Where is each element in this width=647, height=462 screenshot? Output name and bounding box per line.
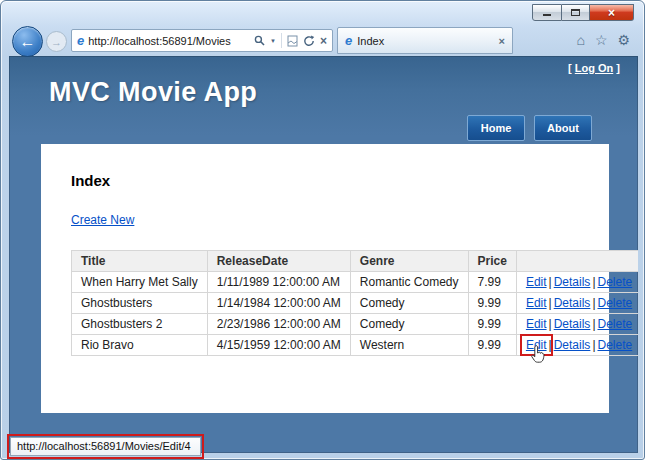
logon-area: [ Log On ]: [568, 62, 620, 74]
logon-link[interactable]: Log On: [575, 62, 614, 74]
maximize-button[interactable]: [562, 4, 590, 21]
status-bar: http://localhost:56891/Movies/Edit/4: [10, 437, 201, 456]
cell-actions: Edit|Details|Delete: [516, 314, 638, 335]
details-link[interactable]: Details: [554, 317, 591, 331]
table-row: Ghostbusters1/14/1984 12:00:00 AMComedy9…: [72, 293, 639, 314]
cell-actions: Edit|Details|Delete: [516, 293, 638, 314]
movies-table-body: When Harry Met Sally1/11/1989 12:00:00 A…: [72, 272, 639, 356]
stop-icon[interactable]: ×: [320, 35, 327, 47]
delete-link[interactable]: Delete: [598, 275, 633, 289]
logon-prefix: [: [568, 62, 572, 74]
table-row: Ghostbusters 22/23/1986 12:00:00 AMComed…: [72, 314, 639, 335]
content-panel: Index Create New Title ReleaseDate Genre…: [41, 144, 609, 413]
header-title: Title: [72, 251, 208, 272]
maximize-icon: [571, 9, 580, 16]
annotation-highlight-box: Edit: [522, 336, 551, 354]
favorites-icon[interactable]: ☆: [595, 30, 608, 50]
header-release-date: ReleaseDate: [207, 251, 350, 272]
action-separator: |: [549, 317, 552, 331]
delete-link[interactable]: Delete: [598, 338, 633, 352]
cell-actions: Edit|Details|Delete: [516, 272, 638, 293]
create-new-link[interactable]: Create New: [71, 213, 134, 227]
minimize-button[interactable]: [532, 4, 562, 21]
back-button[interactable]: ←: [12, 26, 43, 57]
edit-link[interactable]: Edit: [526, 275, 547, 289]
edit-link[interactable]: Edit: [526, 296, 547, 310]
cell-price: 9.99: [468, 314, 516, 335]
nav-home-button[interactable]: Home: [467, 115, 525, 141]
action-separator: |: [592, 296, 595, 310]
action-separator: |: [592, 275, 595, 289]
action-separator: |: [549, 296, 552, 310]
search-icon[interactable]: [254, 35, 265, 46]
cell-genre: Western: [350, 335, 468, 356]
action-separator: |: [592, 317, 595, 331]
details-link[interactable]: Details: [554, 338, 591, 352]
url-text[interactable]: http://localhost:56891/Movies: [88, 35, 250, 47]
action-separator: |: [592, 338, 595, 352]
delete-link[interactable]: Delete: [598, 317, 633, 331]
tab-title: Index: [357, 35, 493, 47]
table-row: When Harry Met Sally1/11/1989 12:00:00 A…: [72, 272, 639, 293]
page-title: MVC Movie App: [49, 77, 257, 108]
page-viewport: [ Log On ] MVC Movie App Home About Inde…: [9, 56, 638, 453]
cell-price: 9.99: [468, 293, 516, 314]
header-price: Price: [468, 251, 516, 272]
back-arrow-icon: ←: [20, 33, 36, 51]
logon-suffix: ]: [616, 62, 620, 74]
site-favicon: e: [77, 34, 84, 47]
cell-genre: Comedy: [350, 293, 468, 314]
tab-close-icon[interactable]: ×: [499, 35, 505, 47]
cell-genre: Comedy: [350, 314, 468, 335]
settings-icon[interactable]: ⚙: [617, 30, 630, 50]
table-header-row: Title ReleaseDate Genre Price: [72, 251, 639, 272]
search-dropdown-icon[interactable]: ▼: [270, 38, 276, 44]
address-bar[interactable]: e http://localhost:56891/Movies ▼ ×: [71, 29, 333, 52]
action-separator: |: [549, 275, 552, 289]
details-link[interactable]: Details: [554, 275, 591, 289]
cell-actions: Edit|Details|Delete: [516, 335, 638, 356]
edit-link[interactable]: Edit: [526, 317, 547, 331]
close-window-button[interactable]: ×: [590, 4, 634, 21]
cell-release-date: 2/23/1986 12:00:00 AM: [207, 314, 350, 335]
movies-table: Title ReleaseDate Genre Price When Harry…: [71, 250, 638, 356]
forward-button[interactable]: →: [46, 31, 67, 52]
mouse-cursor-icon: [531, 345, 545, 363]
address-separator: [281, 33, 282, 48]
compatibility-view-icon[interactable]: [287, 35, 298, 47]
toolbar-right: ⌂ ☆ ⚙: [576, 30, 630, 50]
index-heading: Index: [71, 172, 579, 189]
cell-price: 7.99: [468, 272, 516, 293]
cell-genre: Romantic Comedy: [350, 272, 468, 293]
address-bar-icons: ▼ ×: [254, 33, 327, 48]
header-genre: Genre: [350, 251, 468, 272]
details-link[interactable]: Details: [554, 296, 591, 310]
forward-arrow-icon: →: [51, 36, 62, 48]
nav-about-button[interactable]: About: [534, 115, 592, 141]
cell-title: When Harry Met Sally: [72, 272, 208, 293]
tab-favicon: e: [345, 34, 352, 47]
cell-title: Rio Bravo: [72, 335, 208, 356]
cell-release-date: 1/11/1989 12:00:00 AM: [207, 272, 350, 293]
home-icon[interactable]: ⌂: [576, 30, 584, 50]
window-controls: ×: [532, 4, 634, 21]
cell-release-date: 1/14/1984 12:00:00 AM: [207, 293, 350, 314]
delete-link[interactable]: Delete: [598, 296, 633, 310]
annotation-status-box: http://localhost:56891/Movies/Edit/4: [7, 434, 204, 459]
minimize-icon: [543, 9, 551, 16]
tab-index[interactable]: e Index ×: [337, 27, 513, 54]
table-row: Rio Bravo4/15/1959 12:00:00 AMWestern9.9…: [72, 335, 639, 356]
header-actions: [516, 251, 638, 272]
site-nav: Home About: [467, 115, 592, 141]
browser-window: × ← → e http://localhost:56891/Movies ▼ …: [0, 0, 645, 460]
refresh-icon[interactable]: [303, 35, 315, 47]
close-icon: ×: [608, 6, 615, 20]
cell-title: Ghostbusters: [72, 293, 208, 314]
cell-price: 9.99: [468, 335, 516, 356]
cell-title: Ghostbusters 2: [72, 314, 208, 335]
cell-release-date: 4/15/1959 12:00:00 AM: [207, 335, 350, 356]
